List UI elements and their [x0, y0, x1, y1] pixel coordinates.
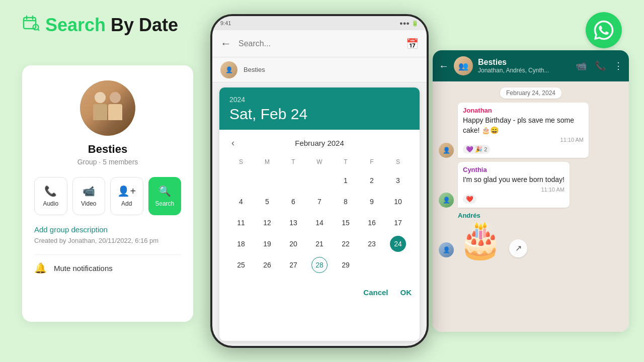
chat-header: ← 👥 Besties Jonathan, Andrés, Cynth... 📹…: [433, 50, 629, 81]
mute-row[interactable]: 🔔 Mute notifications: [34, 262, 181, 274]
video-button[interactable]: 📹 Video: [72, 177, 106, 215]
reaction-red-heart: ❤️: [463, 195, 476, 204]
calendar-day[interactable]: 20: [281, 234, 306, 254]
cynthia-text: I'm so glad you were born today!: [463, 175, 565, 185]
calendar-day[interactable]: 4: [228, 192, 254, 212]
share-button[interactable]: ↗: [509, 239, 527, 257]
calendar-day[interactable]: 6: [281, 192, 306, 212]
add-label: Add: [121, 200, 132, 207]
calendar-day[interactable]: 12: [255, 213, 280, 233]
calendar-nav: ‹ February 2024 ›: [227, 136, 412, 150]
search-label: Search: [155, 200, 174, 207]
calendar-selected-date: Sat, Feb 24: [229, 106, 410, 123]
calendar-day[interactable]: 11: [228, 213, 254, 233]
back-arrow-icon[interactable]: ←: [220, 37, 231, 50]
calendar-day[interactable]: 26: [255, 255, 280, 275]
svg-line-5: [38, 29, 39, 31]
add-button[interactable]: 👤+ Add: [110, 177, 143, 215]
calendar-day[interactable]: 3: [385, 170, 411, 191]
contact-avatar-small: 👤: [220, 61, 237, 78]
calendar-day[interactable]: 27: [281, 255, 306, 275]
calendar-day[interactable]: 15: [333, 213, 358, 233]
title-rest: By Date: [106, 15, 178, 35]
jonathan-reactions: 💜 🎉 2: [463, 145, 584, 154]
calendar-day[interactable]: 18: [228, 234, 254, 254]
group-sub: Group · 5 members: [34, 158, 181, 166]
calendar-icon[interactable]: 📅: [406, 38, 419, 50]
calendar-day[interactable]: 10: [385, 192, 411, 212]
voice-call-icon[interactable]: 📞: [595, 60, 606, 71]
calendar-day[interactable]: 28: [307, 255, 332, 275]
calendar-day[interactable]: 7: [307, 192, 332, 212]
action-buttons-row: 📞 Audio 📹 Video 👤+ Add 🔍 Search: [34, 177, 181, 215]
calendar-day[interactable]: 1: [333, 170, 358, 191]
calendar-header: 2024 Sat, Feb 24: [219, 87, 420, 130]
calendar-actions: Cancel OK: [219, 282, 420, 305]
cynthia-reactions: ❤️: [463, 195, 565, 204]
chat-body: February 24, 2024 👤 Jonathan Happy Birth…: [433, 81, 629, 332]
jonathan-time: 11:10 AM: [560, 137, 584, 143]
calendar-day[interactable]: 16: [359, 213, 384, 233]
reaction-heart: 💜 🎉 2: [463, 145, 490, 154]
message-row-jonathan: 👤 Jonathan Happy Birthday - pls save me …: [439, 103, 623, 158]
dow-mon: M: [255, 156, 280, 169]
title-search: Search: [45, 15, 106, 35]
svg-rect-0: [24, 18, 36, 29]
calendar-day[interactable]: 21: [307, 234, 332, 254]
calendar-day[interactable]: 25: [228, 255, 254, 275]
chat-info: Besties Jonathan, Andrés, Cynth...: [478, 58, 571, 74]
calendar-day[interactable]: 9: [359, 192, 384, 212]
calendar-day: [281, 170, 306, 191]
cynthia-time: 11:10 AM: [541, 187, 564, 193]
calendar-day[interactable]: 19: [255, 234, 280, 254]
search-input[interactable]: [238, 39, 399, 48]
audio-icon: 📞: [44, 185, 57, 197]
message-row-cynthia: 👤 Cynthia I'm so glad you were born toda…: [439, 162, 623, 208]
dow-sat: S: [385, 156, 411, 169]
calendar-day[interactable]: 14: [307, 213, 332, 233]
jonathan-footer: 11:10 AM: [463, 137, 584, 143]
dow-tue: T: [281, 156, 306, 169]
date-badge: February 24, 2024: [500, 87, 561, 99]
phone-device: 9:41 ●●● 🔋 ← 📅 👤 Besties 2024 Sat, Feb 2…: [210, 14, 429, 348]
calendar-grid: S M T W T F S 12345678910111213141516171…: [227, 155, 412, 276]
calendar-day[interactable]: 22: [333, 234, 358, 254]
cancel-button[interactable]: Cancel: [363, 288, 388, 297]
calendar-day[interactable]: 13: [281, 213, 306, 233]
calendar-body: ‹ February 2024 › S M T W T F S: [219, 130, 420, 282]
sticker-row-andres: 👤 Andrés 🎂 ↗: [439, 212, 623, 257]
jonathan-name: Jonathan: [463, 107, 584, 114]
divider: [34, 254, 181, 255]
cake-sticker: 🎂: [458, 221, 503, 257]
audio-button[interactable]: 📞 Audio: [34, 177, 67, 215]
video-icon: 📹: [83, 185, 95, 197]
video-call-icon[interactable]: 📹: [576, 60, 587, 71]
group-info-panel: Besties Group · 5 members 📞 Audio 📹 Vide…: [22, 65, 193, 322]
calendar-day[interactable]: 29: [333, 255, 358, 275]
status-bar: 9:41 ●●● 🔋: [212, 16, 427, 30]
ok-button[interactable]: OK: [400, 288, 412, 297]
cynthia-footer: 11:10 AM: [463, 187, 565, 193]
calendar-day[interactable]: 17: [385, 213, 411, 233]
more-options-icon[interactable]: ⋮: [614, 60, 623, 71]
calendar-day[interactable]: 8: [333, 192, 358, 212]
calendar-day[interactable]: 5: [255, 192, 280, 212]
app-title: Search By Date: [45, 15, 178, 36]
created-by-text: Created by Jonathan, 20/11/2022, 6:16 pm: [34, 237, 181, 244]
dow-fri: F: [359, 156, 384, 169]
calendar-day[interactable]: 23: [359, 234, 384, 254]
calendar-day[interactable]: 2: [359, 170, 384, 191]
add-description-link[interactable]: Add group description: [34, 225, 181, 234]
chat-back-icon[interactable]: ←: [439, 60, 449, 72]
chat-name: Besties: [478, 58, 571, 67]
andres-name: Andrés: [458, 212, 503, 219]
mute-text: Mute notifications: [54, 264, 113, 273]
video-label: Video: [81, 200, 96, 207]
group-avatar: [80, 80, 135, 136]
calendar-day: [255, 170, 280, 191]
search-button[interactable]: 🔍 Search: [148, 177, 182, 215]
calendar-day[interactable]: 24: [385, 234, 411, 254]
chat-members: Jonathan, Andrés, Cynth...: [478, 67, 571, 74]
prev-month-arrow[interactable]: ‹: [227, 136, 238, 150]
calendar-day: [359, 255, 384, 275]
